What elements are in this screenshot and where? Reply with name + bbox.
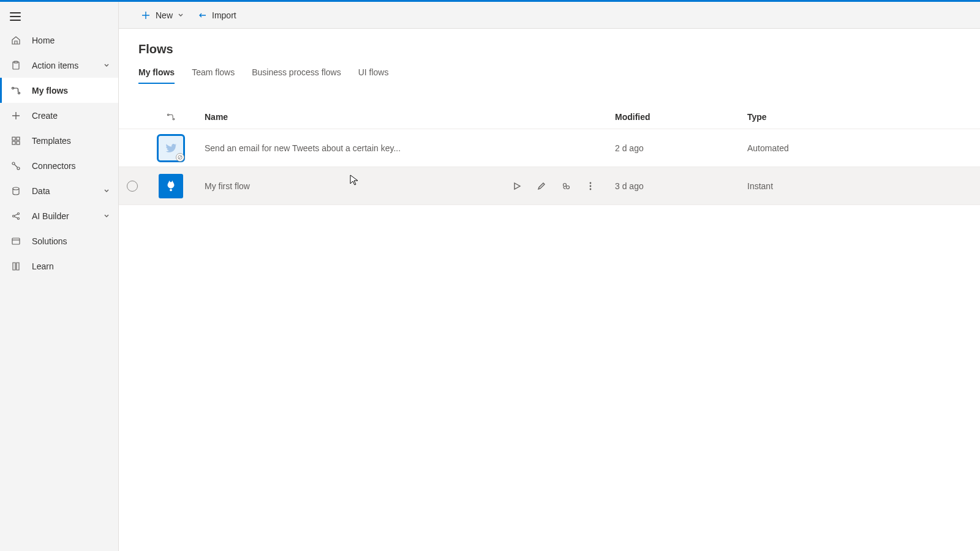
- templates-icon: [10, 135, 22, 147]
- svg-point-11: [13, 215, 15, 217]
- svg-point-20: [567, 186, 570, 189]
- svg-point-8: [12, 162, 15, 165]
- new-button[interactable]: New: [136, 6, 189, 25]
- sidebar-item-label: AI Builder: [32, 211, 104, 221]
- sidebar-item-label: My flows: [32, 86, 118, 96]
- svg-point-10: [13, 187, 19, 190]
- sidebar-item-solutions[interactable]: Solutions: [0, 228, 118, 253]
- book-icon: [10, 260, 22, 272]
- sidebar-item-learn[interactable]: Learn: [0, 253, 118, 279]
- more-icon[interactable]: [584, 180, 597, 192]
- svg-rect-4: [12, 137, 15, 140]
- sidebar: Home Action items My flows Create: [0, 2, 119, 551]
- chevron-down-icon: [178, 12, 184, 18]
- svg-point-3: [18, 92, 20, 94]
- sidebar-item-templates[interactable]: Templates: [0, 128, 118, 153]
- svg-point-12: [18, 212, 20, 214]
- chevron-down-icon: [104, 188, 110, 194]
- flow-type: Instant: [747, 181, 980, 191]
- new-button-label: New: [156, 10, 173, 20]
- clipboard-icon: [10, 59, 22, 72]
- sidebar-item-label: Home: [32, 36, 118, 45]
- import-button-label: Import: [212, 10, 236, 20]
- flow-header-icon: [146, 113, 196, 121]
- sidebar-item-action-items[interactable]: Action items: [0, 53, 118, 78]
- chevron-down-icon: [104, 62, 110, 69]
- svg-point-9: [17, 167, 20, 170]
- sidebar-item-my-flows[interactable]: My flows: [0, 78, 118, 103]
- flow-modified: 3 d ago: [615, 181, 747, 191]
- svg-point-15: [167, 114, 169, 116]
- plus-icon: [10, 110, 22, 122]
- column-header-row: Name Modified Type: [119, 105, 980, 129]
- svg-point-23: [590, 188, 592, 190]
- sidebar-item-label: Data: [32, 186, 104, 196]
- page-title: Flows: [138, 42, 980, 56]
- instant-flow-icon: [159, 174, 183, 198]
- flow-type: Automated: [747, 143, 980, 153]
- flow-icon: [10, 84, 22, 97]
- run-icon[interactable]: [511, 180, 523, 192]
- svg-rect-7: [17, 141, 20, 144]
- chevron-down-icon: [104, 213, 110, 219]
- import-icon: [197, 10, 207, 20]
- tab-row: My flows Team flows Business process flo…: [119, 56, 980, 84]
- connectors-icon: [10, 160, 22, 172]
- import-button[interactable]: Import: [192, 6, 241, 25]
- column-header-name[interactable]: Name: [196, 112, 511, 122]
- sidebar-item-create[interactable]: Create: [0, 103, 118, 128]
- sidebar-item-label: Learn: [32, 261, 118, 271]
- svg-point-22: [590, 185, 592, 187]
- ai-icon: [10, 210, 22, 222]
- svg-rect-6: [12, 141, 15, 144]
- flow-name[interactable]: My first flow: [196, 181, 511, 191]
- tab-team-flows[interactable]: Team flows: [192, 67, 235, 83]
- tab-ui-flows[interactable]: UI flows: [358, 67, 389, 83]
- sidebar-item-label: Connectors: [32, 161, 118, 171]
- sidebar-item-label: Solutions: [32, 236, 118, 246]
- home-icon: [10, 34, 22, 47]
- sidebar-item-label: Templates: [32, 136, 118, 146]
- data-icon: [10, 185, 22, 197]
- sidebar-item-data[interactable]: Data: [0, 178, 118, 203]
- solutions-icon: [10, 235, 22, 247]
- sidebar-item-label: Action items: [32, 61, 104, 70]
- main-content: New Import Flows My flows Team flows Bus…: [119, 2, 980, 551]
- edit-icon[interactable]: [535, 180, 548, 192]
- hamburger-icon[interactable]: [10, 12, 21, 21]
- svg-point-18: [170, 189, 172, 191]
- plus-icon: [141, 10, 151, 20]
- svg-point-16: [173, 118, 175, 120]
- svg-rect-14: [12, 238, 20, 244]
- flow-modified: 2 d ago: [615, 143, 747, 153]
- svg-rect-5: [17, 137, 20, 140]
- tab-my-flows[interactable]: My flows: [138, 67, 175, 83]
- sidebar-item-label: Create: [32, 111, 118, 121]
- warning-badge-icon: [176, 153, 184, 162]
- column-header-modified[interactable]: Modified: [615, 112, 747, 122]
- svg-point-19: [564, 183, 567, 186]
- svg-point-2: [12, 87, 14, 89]
- tab-business-process-flows[interactable]: Business process flows: [252, 67, 341, 83]
- column-header-type[interactable]: Type: [747, 112, 980, 122]
- flow-name[interactable]: Send an email for new Tweets about a cer…: [196, 143, 511, 153]
- svg-point-13: [18, 217, 20, 219]
- svg-point-21: [590, 182, 592, 184]
- table-row[interactable]: Send an email for new Tweets about a cer…: [119, 129, 980, 167]
- twitter-icon: [159, 136, 183, 160]
- sidebar-item-home[interactable]: Home: [0, 28, 118, 53]
- share-icon[interactable]: [560, 180, 572, 192]
- table-row[interactable]: My first flow 3 d ago Inst: [119, 167, 980, 205]
- command-bar: New Import: [119, 2, 980, 29]
- row-select-radio[interactable]: [127, 181, 138, 192]
- sidebar-item-ai-builder[interactable]: AI Builder: [0, 203, 118, 228]
- flow-table: Name Modified Type Send an email for new…: [119, 105, 980, 205]
- sidebar-item-connectors[interactable]: Connectors: [0, 153, 118, 178]
